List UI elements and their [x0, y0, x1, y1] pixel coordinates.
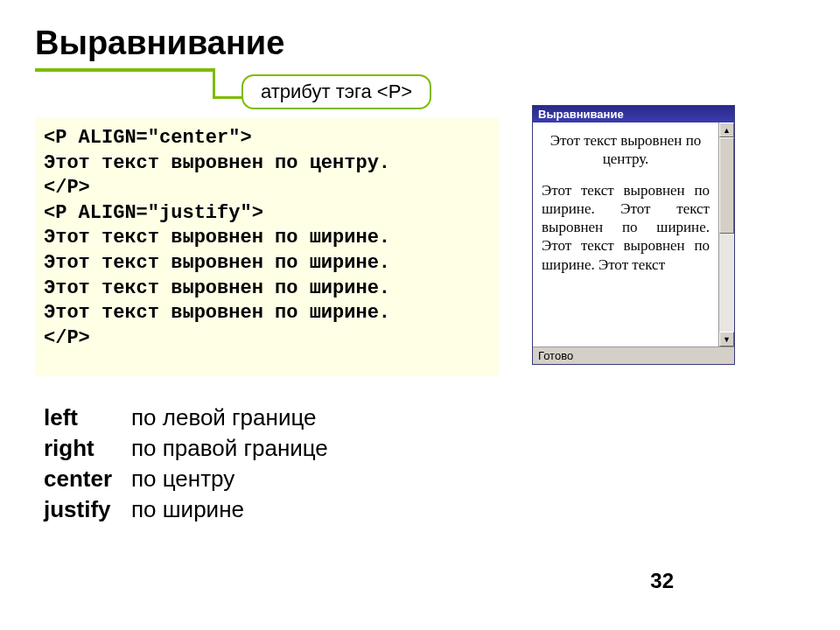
definition-key: left: [44, 402, 131, 433]
code-line: Этот текст выровнен по ширине.: [44, 251, 490, 276]
definition-value: по центру: [131, 464, 234, 494]
scrollbar[interactable]: ▲ ▼: [718, 122, 734, 346]
code-line: </P>: [44, 326, 490, 352]
code-line: <P ALIGN="justify">: [44, 201, 490, 227]
definition-row: justify по ширине: [44, 494, 328, 525]
browser-content: Этот текст выровнен по центру. Этот текс…: [533, 122, 718, 346]
title-underline: [35, 68, 215, 72]
definition-row: left по левой границе: [44, 402, 328, 433]
code-line: Этот текст выровнен по ширине.: [44, 226, 490, 251]
browser-titlebar: Выравнивание: [533, 106, 734, 122]
attribute-callout: атрибут тэга <P>: [242, 74, 431, 109]
slide-title: Выравнивание: [35, 24, 284, 62]
browser-body: Этот текст выровнен по центру. Этот текс…: [533, 122, 734, 346]
definition-row: center по центру: [44, 464, 328, 494]
definitions-list: left по левой границе right по правой гр…: [44, 402, 328, 525]
code-line: Этот текст выровнен по центру.: [44, 151, 490, 177]
code-line: </P>: [44, 176, 490, 201]
centered-paragraph: Этот текст выровнен по центру.: [542, 131, 710, 169]
justified-paragraph: Этот текст выровнен по ширине. Этот текс…: [542, 181, 710, 274]
definition-value: по левой границе: [131, 402, 316, 433]
definition-key: right: [44, 433, 131, 464]
definition-row: right по правой границе: [44, 433, 328, 464]
callout-connector-v: [213, 71, 215, 98]
browser-preview: Выравнивание Этот текст выровнен по цент…: [532, 105, 735, 365]
definition-value: по ширине: [131, 494, 244, 525]
page-number: 32: [650, 569, 674, 593]
definition-key: justify: [44, 494, 131, 525]
definition-key: center: [44, 464, 131, 494]
definition-value: по правой границе: [131, 433, 328, 464]
scrollbar-track[interactable]: [719, 137, 734, 332]
browser-statusbar: Готово: [533, 346, 734, 364]
code-line: Этот текст выровнен по ширине.: [44, 276, 490, 302]
callout-connector-h: [213, 96, 242, 99]
code-line: <P ALIGN="center">: [44, 126, 490, 151]
code-line: Этот текст выровнен по ширине.: [44, 301, 490, 326]
scroll-down-icon[interactable]: ▼: [719, 332, 734, 346]
scrollbar-thumb[interactable]: [719, 137, 734, 234]
scroll-up-icon[interactable]: ▲: [719, 122, 734, 137]
code-example: <P ALIGN="center"> Этот текст выровнен п…: [35, 117, 499, 376]
